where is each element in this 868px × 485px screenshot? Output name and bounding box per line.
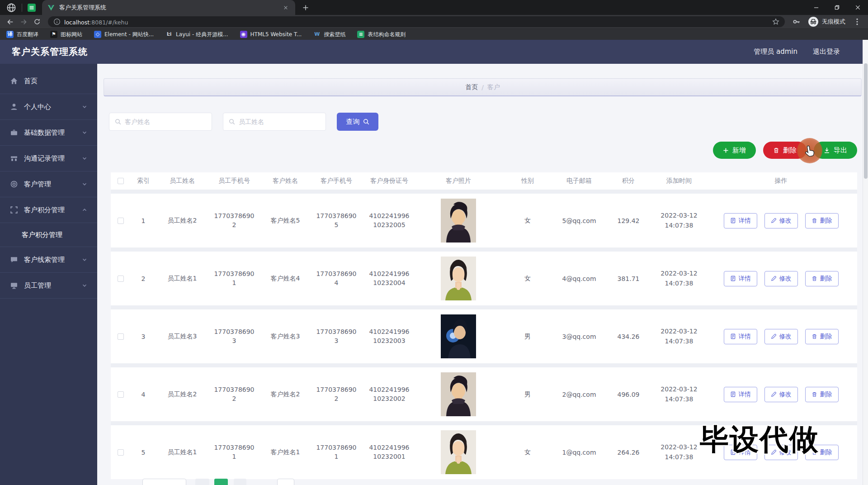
page-scrollbar[interactable] — [863, 40, 868, 485]
bookmark-label: 表结构命名规则 — [368, 31, 406, 38]
search-row: 查询 — [104, 113, 862, 131]
edit-button[interactable]: 修改 — [764, 329, 798, 344]
address-bar[interactable]: localhost:8081/#/kehu — [48, 16, 785, 27]
cell-customer-phone-text: 17703786903 — [315, 328, 358, 345]
new-tab-button[interactable] — [300, 2, 311, 14]
bookmark-item[interactable]: W搜索壁纸 — [313, 31, 345, 38]
password-key-icon[interactable] — [793, 18, 801, 26]
row-checkbox[interactable] — [118, 276, 124, 282]
row-checkbox[interactable] — [118, 391, 124, 398]
row-checkbox[interactable] — [118, 218, 124, 224]
cell-staff-phone: 17703786901 — [208, 443, 260, 461]
select-all-checkbox[interactable] — [118, 178, 124, 184]
sidebar-item-user[interactable]: 个人中心 — [0, 94, 97, 120]
page-size-select[interactable] — [142, 479, 186, 485]
browser-tab[interactable]: 客户关系管理系统 — [42, 0, 295, 15]
current-user-label: 管理员 admin — [754, 48, 797, 56]
add-button[interactable]: 新增 — [713, 142, 756, 159]
detail-button[interactable]: 详情 — [724, 271, 757, 286]
detail-button[interactable]: 详情 — [724, 329, 757, 344]
detail-button[interactable]: 详情 — [724, 213, 757, 228]
row-delete-button[interactable]: 删除 — [805, 213, 839, 228]
staff-name-input[interactable] — [239, 118, 320, 125]
column-header: 性别 — [500, 177, 555, 185]
row-checkbox[interactable] — [118, 333, 124, 340]
bookmark-item[interactable]: ≡表结构命名规则 — [357, 31, 406, 38]
page-jump-input[interactable] — [277, 479, 294, 485]
current-page-button[interactable] — [214, 479, 228, 485]
bookmark-item[interactable]: ⚑图标网站 — [50, 31, 82, 38]
action-label: 详情 — [739, 217, 751, 225]
chevron-down-icon — [82, 130, 87, 135]
prev-page-button[interactable] — [195, 479, 209, 485]
scrollbar-thumb[interactable] — [864, 63, 868, 179]
customer-name-field[interactable] — [109, 113, 212, 131]
trash-icon — [811, 218, 817, 223]
sidebar-subitem[interactable]: 客户积分管理 — [0, 223, 97, 247]
sidebar-item-record[interactable]: 沟通记录管理 — [0, 146, 97, 171]
select-all-cell — [111, 178, 131, 184]
edit-button[interactable]: 修改 — [764, 387, 798, 402]
site-info-icon[interactable] — [53, 18, 61, 25]
bookmark-star-icon[interactable] — [772, 18, 779, 25]
window-restore-button[interactable] — [826, 0, 847, 15]
staff-name-field[interactable] — [223, 113, 326, 131]
sidebar-item-scan[interactable]: 客户积分管理 — [0, 197, 97, 223]
cell-customer-id-number: 410224199610232004 — [362, 270, 416, 287]
sidebar-item-home[interactable]: 首页 — [0, 68, 97, 94]
row-delete-button[interactable]: 删除 — [805, 329, 839, 344]
cell-staff-phone: 17703786901 — [208, 270, 260, 287]
forward-icon[interactable] — [18, 16, 29, 27]
browser-menu-icon[interactable] — [853, 18, 861, 26]
sidebar-item-monitor[interactable]: 员工管理 — [0, 273, 97, 299]
doc-icon — [730, 333, 736, 339]
bookmark-item[interactable]: ◇Element - 网站快... — [94, 31, 154, 38]
mouse-cursor — [797, 138, 822, 163]
bookmark-item[interactable]: 译百度翻译 — [6, 31, 38, 38]
back-icon[interactable] — [5, 16, 15, 27]
row-delete-button[interactable]: 删除 — [805, 387, 839, 402]
detail-button[interactable]: 详情 — [724, 387, 757, 402]
customer-name-input[interactable] — [125, 118, 206, 125]
bookmark-label: 百度翻译 — [17, 31, 38, 38]
edit-button[interactable]: 修改 — [764, 213, 798, 228]
sidebar-item-chat[interactable]: 客户线索管理 — [0, 247, 97, 273]
column-header: 操作 — [705, 177, 857, 185]
window-minimize-button[interactable] — [806, 0, 826, 15]
bookmark-label: 搜索壁纸 — [324, 31, 345, 38]
bookmark-item[interactable]: ĿiLayui - 经典开源模... — [165, 31, 228, 38]
pencil-icon — [771, 218, 777, 223]
pinned-tab-sheet-icon[interactable] — [28, 4, 36, 12]
logout-link[interactable]: 退出登录 — [813, 48, 840, 56]
chevron-down-icon — [82, 181, 87, 187]
action-label: 详情 — [739, 333, 751, 341]
tab-close-icon[interactable] — [282, 4, 290, 12]
customer-photo — [441, 257, 476, 300]
action-label: 修改 — [779, 217, 792, 225]
window-close-button[interactable] — [847, 0, 868, 15]
row-delete-button[interactable]: 删除 — [805, 271, 839, 286]
cell-added-time-text: 2022-03-12 14:07:38 — [656, 211, 703, 230]
next-page-button[interactable] — [234, 479, 246, 485]
cell-customer-photo — [416, 199, 500, 242]
breadcrumb-home[interactable]: 首页 — [465, 83, 478, 91]
cell-staff-phone: 17703786902 — [208, 385, 260, 403]
reload-icon[interactable] — [32, 16, 42, 27]
query-button[interactable]: 查询 — [337, 113, 378, 131]
sidebar-item-suitcase[interactable]: 基础数据管理 — [0, 120, 97, 146]
edit-button[interactable]: 修改 — [764, 271, 798, 286]
export-button-label: 导出 — [834, 146, 847, 155]
customer-photo — [441, 199, 476, 242]
cell-email: 4@qq.com — [555, 275, 604, 282]
sidebar-item-target[interactable]: 客户管理 — [0, 171, 97, 197]
app-title: 客户关系管理系统 — [12, 46, 88, 58]
row-checkbox[interactable] — [118, 449, 124, 456]
doc-icon — [730, 276, 736, 281]
sidebar-item-label: 个人中心 — [24, 103, 51, 111]
cell-added-time-text: 2022-03-12 14:07:38 — [656, 327, 703, 346]
bookmark-label: Element - 网站快... — [104, 31, 154, 38]
pencil-icon — [771, 276, 777, 281]
cell-customer-phone-text: 17703786901 — [315, 443, 358, 461]
sidebar: 首页个人中心基础数据管理沟通记录管理客户管理客户积分管理客户积分管理客户线索管理… — [0, 64, 97, 485]
bookmark-item[interactable]: ◉HTML5 Website T... — [240, 31, 302, 38]
